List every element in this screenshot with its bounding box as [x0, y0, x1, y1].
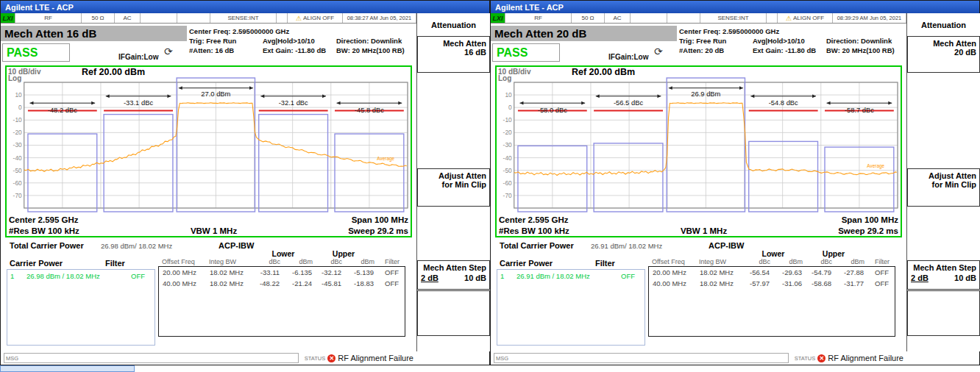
- step-selected-option[interactable]: 2 dB: [911, 273, 928, 282]
- plot-footer: Center 2.595 GHz Span 100 MHz #Res BW 10…: [497, 214, 901, 236]
- taskbar-fragment[interactable]: [0, 365, 135, 372]
- spectrum-trace-svg: 100-10-20-30-40-50-60-70-48.2 dBc-33.1 d…: [7, 76, 411, 214]
- softkey-mech-atten[interactable]: Mech Atten 20 dB: [907, 36, 980, 73]
- ref-level-label: Ref 20.00 dBm: [82, 67, 145, 77]
- menu-title: Attenuation: [417, 21, 490, 29]
- softkey-blank[interactable]: [907, 290, 980, 336]
- msg-field: MSG: [494, 353, 789, 363]
- mech-atten-banner: Mech Atten 16 dB: [1, 26, 187, 41]
- log-scale-label: Log: [8, 74, 21, 82]
- svg-text:-70: -70: [503, 192, 512, 199]
- msg-field: MSG: [4, 353, 299, 363]
- svg-text:10: 10: [15, 91, 22, 99]
- status-label: STATUS: [305, 355, 325, 362]
- trig-readout: Trig: Free Run: [189, 36, 263, 46]
- softkey-adjust-atten[interactable]: Adjust Atten for Min Clip: [417, 168, 490, 207]
- softkey-mech-atten-step[interactable]: Mech Atten Step 2 dB 10 dB: [907, 260, 980, 290]
- status-blank-2: [177, 13, 210, 23]
- spectrum-plot: 10 dB/div Ref 20.00 dBm Log 100-10-20-30…: [5, 65, 412, 237]
- softkey-menu: Attenuation Mech Atten 20 dB Adjust Atte…: [906, 13, 980, 351]
- upper-dbm-header: dBm: [832, 258, 864, 265]
- ext-gain-readout: Ext Gain: -11.80 dB: [753, 46, 826, 55]
- plot-header: 10 dB/div Ref 20.00 dBm: [7, 67, 411, 76]
- lower-dbm-cell: -21.24: [281, 278, 313, 289]
- acp-offset-table: Lower Upper Offset Freq Integ BW dBc dBm…: [158, 249, 405, 337]
- softkey-adjust-atten[interactable]: Adjust Atten for Min Clip: [907, 168, 980, 207]
- step-selected-option[interactable]: 2 dB: [421, 273, 438, 282]
- window-title: Agilent LTE - ACP: [5, 3, 74, 12]
- status-sense: SENSE:INT: [700, 13, 767, 23]
- lower-dbm-cell: -6.135: [281, 267, 313, 278]
- status-group: STATUS ✕ RF Alignment Failure: [795, 354, 903, 362]
- softkey-mech-atten-step[interactable]: Mech Atten Step 2 dB 10 dB: [417, 260, 490, 290]
- center-freq-readout: Center Freq: 2.595000000 GHz: [679, 26, 906, 36]
- offset-freq-header: Offset Freq: [648, 258, 695, 265]
- integ-bw-cell: 18.02 MHz: [206, 267, 255, 278]
- continuous-sweep-icon: ⟳: [654, 46, 663, 57]
- status-strip: LXI RF 50 Ω AC SENSE:INT ⚠ ALIGN OFF 08:…: [1, 13, 416, 24]
- vbw-annotation: VBW 1 MHz: [681, 226, 727, 235]
- softkey-blank[interactable]: [417, 290, 490, 336]
- status-blank-3: [767, 13, 778, 23]
- carrier-filter: OFF: [131, 272, 152, 280]
- status-align: ⚠ ALIGN OFF: [778, 13, 833, 23]
- lower-dbc-header: dBc: [254, 258, 280, 265]
- avg-hold-readout: Avg|Hold>10/10: [263, 36, 336, 46]
- span-annotation: Span 100 MHz: [352, 215, 408, 224]
- filter-header: Filter: [864, 258, 890, 265]
- filter-cell: OFF: [375, 267, 400, 278]
- status-coupling: AC: [605, 13, 631, 23]
- svg-text:-50: -50: [503, 167, 512, 174]
- softkey-mech-atten[interactable]: Mech Atten 16 dB: [417, 36, 490, 73]
- measurement-header: Mech Atten 16 dB PASS IFGain:Low ⟳ Cente…: [1, 24, 416, 65]
- lower-dbc-cell: -57.97: [745, 278, 771, 289]
- step-alt-option[interactable]: 10 dB: [954, 273, 976, 282]
- step-alt-option[interactable]: 10 dB: [464, 273, 486, 282]
- svg-text:-58.0 dBc: -58.0 dBc: [538, 106, 567, 114]
- status-blank-2: [667, 13, 700, 23]
- acp-panel: Agilent LTE - ACP LXI RF 50 Ω AC SENSE:I…: [0, 0, 490, 365]
- svg-text:-40: -40: [13, 154, 22, 162]
- acp-column-header-row: Offset Freq Integ BW dBc dBm dBc dBm Fil…: [158, 258, 405, 265]
- svg-text:Average: Average: [377, 156, 394, 162]
- svg-text:-20: -20: [13, 129, 22, 136]
- status-message: RF Alignment Failure: [828, 354, 903, 362]
- upper-dbc-header: dBc: [313, 258, 342, 265]
- screenshot-stage: Agilent LTE - ACP LXI RF 50 Ω AC SENSE:I…: [0, 0, 980, 372]
- error-icon: ✕: [327, 354, 335, 362]
- avg-hold-readout: Avg|Hold>10/10: [753, 36, 826, 46]
- error-icon: ✕: [817, 354, 825, 362]
- upper-dbm-header: dBm: [342, 258, 374, 265]
- table-row: 20.00 MHz 18.02 MHz -56.54 -29.63 -54.79…: [649, 267, 895, 278]
- window-title: Agilent LTE - ACP: [495, 3, 564, 12]
- upper-dbc-header: dBc: [803, 258, 832, 265]
- plot-header: 10 dB/div Ref 20.00 dBm: [497, 67, 901, 76]
- lower-dbm-header: dBm: [770, 258, 803, 265]
- status-rf: RF: [505, 13, 572, 23]
- softkey-label: for Min Clip: [421, 180, 486, 189]
- svg-text:-30: -30: [503, 141, 512, 149]
- carrier-index: 1: [10, 272, 26, 280]
- upper-dbm-cell: -5.139: [343, 267, 375, 278]
- message-bar: MSG STATUS ✕ RF Alignment Failure: [1, 351, 416, 365]
- filter-cell: OFF: [865, 267, 890, 278]
- integ-bw-header: Integ BW: [695, 258, 744, 265]
- log-scale-label: Log: [498, 74, 511, 82]
- offset-freq-cell: 40.00 MHz: [649, 278, 696, 289]
- carrier-row: 1 26.91 dBm / 18.02 MHz OFF: [497, 270, 645, 282]
- carrier-filter: OFF: [621, 272, 642, 280]
- filter-cell: OFF: [375, 278, 400, 289]
- filter-header: Filter: [374, 258, 400, 265]
- svg-text:-58.7 dBc: -58.7 dBc: [845, 106, 874, 114]
- window-titlebar: Agilent LTE - ACP: [491, 1, 979, 13]
- direction-readout: Direction: Downlink: [336, 36, 416, 46]
- filter-cell: OFF: [865, 278, 890, 289]
- if-gain-label: IFGain:Low: [608, 53, 648, 61]
- status-sense: SENSE:INT: [210, 13, 277, 23]
- offset-freq-cell: 20.00 MHz: [649, 267, 696, 278]
- acp-table-body: 20.00 MHz 18.02 MHz -33.11 -6.135 -32.12…: [158, 266, 405, 337]
- offset-freq-cell: 20.00 MHz: [159, 267, 206, 278]
- status-message: RF Alignment Failure: [338, 354, 413, 362]
- upper-dbm-cell: -31.77: [833, 278, 865, 289]
- softkey-label: Mech Atten: [911, 39, 976, 48]
